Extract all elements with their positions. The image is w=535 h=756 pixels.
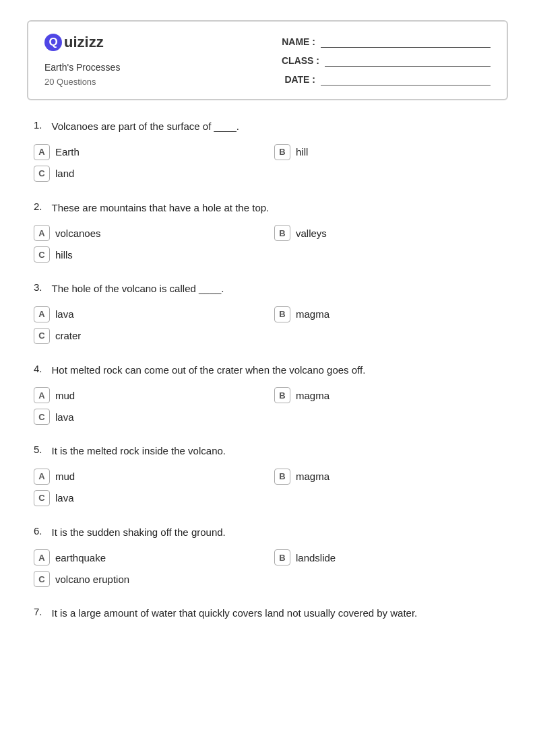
question-2-text: These are mountains that have a hole at … <box>52 201 270 216</box>
question-3-text: The hole of the volcano is called ____. <box>52 281 224 297</box>
answer-text-b: landslide <box>296 552 336 563</box>
question-1-answer-b: Bhill <box>274 144 501 160</box>
question-3: 3.The hole of the volcano is called ____… <box>34 281 501 344</box>
question-6-text: It is the sudden shaking off the ground. <box>52 525 226 541</box>
question-6-text-row: 6.It is the sudden shaking off the groun… <box>34 525 501 541</box>
question-7-text: It is a large amount of water that quick… <box>52 606 418 621</box>
answer-badge-c: C <box>34 246 50 263</box>
class-label: CLASS : <box>282 55 319 66</box>
question-1-number: 1. <box>34 119 42 135</box>
question-5-answers: AmudBmagmaClava <box>34 469 501 506</box>
answer-text-b: magma <box>296 390 329 401</box>
question-1-answers: AEarthBhillCland <box>34 144 501 182</box>
header-fields: NAME : CLASS : DATE : <box>282 36 491 85</box>
answer-text-c: lava <box>55 411 74 423</box>
question-4-answers: AmudBmagmaClava <box>34 387 501 425</box>
question-3-answer-a: Alava <box>34 306 261 322</box>
class-field-row: CLASS : <box>282 55 491 67</box>
date-field-row: DATE : <box>282 73 491 85</box>
question-5-text: It is the melted rock inside the volcano… <box>52 444 226 459</box>
question-3-number: 3. <box>34 281 42 297</box>
question-4-text-row: 4.Hot melted rock can come out of the cr… <box>34 363 501 378</box>
question-5-answer-a: Amud <box>34 469 261 485</box>
question-7-number: 7. <box>34 606 42 621</box>
answer-text-b: hill <box>296 146 308 158</box>
answer-badge-a: A <box>34 549 50 565</box>
answer-badge-b: B <box>274 306 290 322</box>
question-4-number: 4. <box>34 363 42 378</box>
answer-badge-c: C <box>34 409 50 425</box>
answer-text-b: valleys <box>296 228 327 239</box>
class-line <box>325 55 491 67</box>
answer-badge-a: A <box>34 225 50 241</box>
question-5-answer-c: Clava <box>34 490 261 506</box>
answer-text-a: mud <box>55 390 75 401</box>
question-3-answers: AlavaBmagmaCcrater <box>34 306 501 344</box>
question-5-number: 5. <box>34 444 42 459</box>
question-7-text-row: 7.It is a large amount of water that qui… <box>34 606 501 621</box>
answer-text-c: land <box>55 168 74 179</box>
answer-text-c: crater <box>55 330 81 341</box>
answer-text-c: lava <box>55 492 74 504</box>
answer-badge-c: C <box>34 328 50 344</box>
question-1-text-row: 1.Volcanoes are part of the surface of _… <box>34 119 501 135</box>
answer-text-b: magma <box>296 308 329 320</box>
answer-badge-b: B <box>274 469 290 485</box>
answer-text-a: volcanoes <box>55 228 101 239</box>
question-4: 4.Hot melted rock can come out of the cr… <box>34 363 501 425</box>
answer-text-c: hills <box>55 249 73 261</box>
answer-text-a: lava <box>55 308 74 320</box>
answer-badge-a: A <box>34 144 50 160</box>
question-3-text-row: 3.The hole of the volcano is called ____… <box>34 281 501 297</box>
question-2-answers: AvolcanoesBvalleysChills <box>34 225 501 263</box>
answer-badge-a: A <box>34 306 50 322</box>
question-7: 7.It is a large amount of water that qui… <box>34 606 501 621</box>
question-4-answer-a: Amud <box>34 387 261 403</box>
question-2-text-row: 2.These are mountains that have a hole a… <box>34 201 501 216</box>
question-3-answer-c: Ccrater <box>34 328 261 344</box>
question-6-answer-c: Cvolcano eruption <box>34 571 261 587</box>
answer-text-b: magma <box>296 471 329 482</box>
question-1-answer-a: AEarth <box>34 144 261 160</box>
answer-text-a: earthquake <box>55 552 106 563</box>
answer-badge-c: C <box>34 571 50 587</box>
answer-badge-b: B <box>274 225 290 241</box>
date-line <box>321 73 491 85</box>
questions-container: 1.Volcanoes are part of the surface of _… <box>27 119 508 621</box>
answer-badge-b: B <box>274 387 290 403</box>
name-label: NAME : <box>282 36 315 47</box>
question-4-answer-c: Clava <box>34 409 261 425</box>
question-5-answer-b: Bmagma <box>274 469 501 485</box>
answer-badge-a: A <box>34 469 50 485</box>
header-left: Quizizz Earth's Processes 20 Questions <box>44 34 120 87</box>
answer-badge-c: C <box>34 490 50 506</box>
logo: Quizizz <box>44 34 120 51</box>
question-2-answer-c: Chills <box>34 246 261 263</box>
question-6-answers: AearthquakeBlandslideCvolcano eruption <box>34 549 501 587</box>
answer-badge-b: B <box>274 144 290 160</box>
answer-text-a: mud <box>55 471 75 482</box>
question-6-answer-a: Aearthquake <box>34 549 261 565</box>
question-3-answer-b: Bmagma <box>274 306 501 322</box>
answer-badge-a: A <box>34 387 50 403</box>
logo-text: uizizz <box>64 34 104 51</box>
answer-badge-c: C <box>34 166 50 182</box>
question-1-text: Volcanoes are part of the surface of ___… <box>52 119 240 135</box>
question-2-number: 2. <box>34 201 42 216</box>
logo-icon: Q <box>44 34 62 51</box>
date-label: DATE : <box>282 74 315 85</box>
answer-badge-b: B <box>274 549 290 565</box>
question-2: 2.These are mountains that have a hole a… <box>34 201 501 263</box>
question-6-number: 6. <box>34 525 42 541</box>
question-5-text-row: 5.It is the melted rock inside the volca… <box>34 444 501 459</box>
answer-text-a: Earth <box>55 146 80 158</box>
question-4-answer-b: Bmagma <box>274 387 501 403</box>
question-1-answer-c: Cland <box>34 166 261 182</box>
question-1: 1.Volcanoes are part of the surface of _… <box>34 119 501 182</box>
question-5: 5.It is the melted rock inside the volca… <box>34 444 501 506</box>
quiz-title: Earth's Processes <box>44 62 120 73</box>
name-field-row: NAME : <box>282 36 491 48</box>
answer-text-c: volcano eruption <box>55 574 129 585</box>
quiz-subtitle: 20 Questions <box>44 77 120 87</box>
question-2-answer-b: Bvalleys <box>274 225 501 241</box>
